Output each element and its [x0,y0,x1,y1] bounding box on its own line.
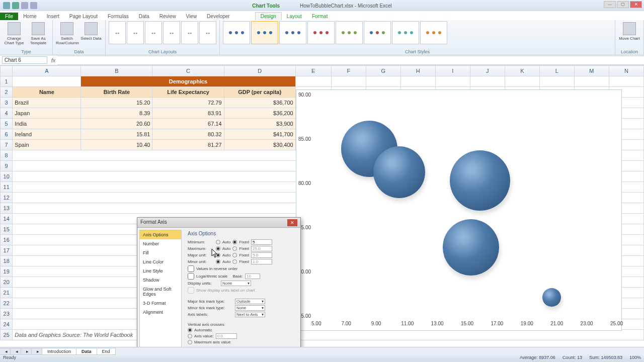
status-ready: Ready [3,355,16,362]
minimize-icon[interactable]: — [604,1,616,8]
bubble-ireland[interactable] [450,150,510,211]
formula-bar: Chart 6 fx [0,55,644,65]
bubble-brazil[interactable] [443,219,500,276]
save-template-button[interactable]: Save As Template [27,21,49,45]
max-fixed-radio[interactable] [232,246,237,251]
tab-insert[interactable]: Insert [42,13,64,20]
group-data: Data [56,49,102,55]
sheet-intro[interactable]: Introduction [42,348,76,355]
tab-layout[interactable]: Layout [282,13,307,20]
select-all[interactable] [1,66,13,76]
x-tick: 13.00 [431,321,444,326]
chart-styles-gallery[interactable] [223,21,612,44]
major-tick-select[interactable]: Outside▾ [235,299,265,304]
min-fixed-radio[interactable] [232,240,237,244]
fx-icon[interactable]: fx [49,57,57,63]
x-tick: 11.00 [401,321,414,326]
select-data-button[interactable]: Select Data [80,21,102,41]
y-tick: 85.00 [298,136,311,142]
tab-data[interactable]: Data [134,13,154,20]
x-tick: 17.00 [491,321,503,326]
group-location: Location [618,49,640,55]
group-layouts: Chart Layouts [109,49,216,55]
x-tick: 25.00 [610,321,623,326]
chart-tools-label: Chart Tools [252,3,280,9]
name-box[interactable]: Chart 6 [2,56,47,64]
tab-design[interactable]: Design [255,12,282,20]
group-styles: Chart Styles [223,49,612,55]
x-tick: 23.00 [581,321,593,326]
move-chart-button[interactable]: Move Chart [618,21,640,41]
tab-home[interactable]: Home [18,13,42,20]
tab-formulas[interactable]: Formulas [103,13,134,20]
change-chart-type-button[interactable]: Change Chart Type [3,21,25,45]
tab-review[interactable]: Review [154,13,181,20]
redo-icon[interactable] [30,2,37,9]
x-tick: 5.00 [311,321,321,326]
close-icon[interactable]: ✕ [630,1,642,8]
chart-layouts-gallery[interactable]: ●●●●●● ●●●●●● [109,21,216,44]
tab-page-layout[interactable]: Page Layout [64,13,103,20]
min-auto-radio[interactable] [216,240,220,244]
sheet-tabs[interactable]: ◂◂▸▸ Introduction Data End [0,347,644,355]
x-tick: 15.00 [461,321,473,326]
formula-input[interactable] [57,56,644,65]
y-tick: 90.00 [298,92,311,98]
excel-icon [3,2,10,9]
log-check[interactable] [188,273,194,280]
status-bar: Ready Average: 8937.06 Count: 13 Sum: 14… [0,355,644,362]
zoom-level[interactable]: 100% [629,355,641,362]
maximize-icon[interactable]: ▢ [617,1,629,8]
x-tick: 19.00 [521,321,533,326]
dialog-title: Format Axis [140,219,167,226]
switch-row-column-button[interactable]: Switch Row/Column [56,21,78,45]
panel-title: Axis Options [188,231,296,236]
bubble-spain[interactable] [373,146,425,198]
tab-view[interactable]: View [181,13,202,20]
reverse-check[interactable] [188,265,194,272]
ribbon: Change Chart Type Save As Template Type … [0,20,644,55]
bubble-india[interactable] [542,288,561,307]
bubble-chart[interactable]: 90.0085.0080.0075.0070.0065.005.007.009.… [296,89,622,331]
display-units-select[interactable]: None▾ [221,281,251,286]
tab-developer[interactable]: Developer [202,13,235,20]
x-tick: 9.00 [371,321,381,326]
tab-file[interactable]: File [0,13,18,20]
min-input[interactable] [251,239,272,245]
axis-labels-select[interactable]: Next to Axis▾ [235,312,265,317]
title-bar: Chart Tools HowToBubbleChart.xlsx - Micr… [0,0,644,11]
app-title: HowToBubbleChart.xlsx - Microsoft Excel [300,3,392,9]
group-type: Type [3,49,49,55]
undo-icon[interactable] [21,2,28,9]
dialog-close-icon[interactable]: ✕ [287,219,297,226]
format-axis-dialog: Format Axis ✕ Axis Options NumberFill Li… [137,217,301,352]
dialog-nav[interactable]: Axis Options NumberFill Line ColorLine S… [139,230,182,352]
quick-access-toolbar [0,2,37,9]
x-tick: 21.00 [550,321,563,326]
merged-header[interactable]: Demographics [81,76,295,87]
sheet-data[interactable]: Data [76,348,97,355]
sheet-end[interactable]: End [97,348,116,355]
ribbon-tabs: File Home Insert Page Layout Formulas Da… [0,11,644,20]
worksheet-grid[interactable]: ABCDEFGHIJKLMN 1Demographics 2NameBirth … [0,65,644,352]
tab-format[interactable]: Format [307,13,333,20]
max-auto-radio[interactable] [216,246,220,251]
minor-tick-select[interactable]: None▾ [235,305,265,311]
y-tick: 80.00 [298,180,311,186]
save-icon[interactable] [12,2,19,9]
x-tick: 7.00 [341,321,351,326]
max-input[interactable] [251,246,272,251]
